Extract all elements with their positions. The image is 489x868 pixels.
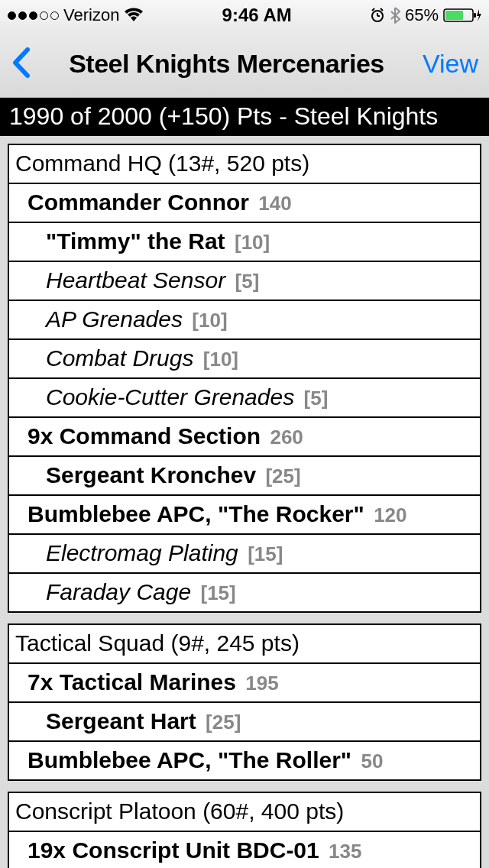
roster-entry[interactable]: Commander Connor 140 xyxy=(9,183,480,222)
roster-entry[interactable]: Electromag Plating 15 xyxy=(9,533,480,572)
entry-points: 15 xyxy=(200,581,235,604)
entry-name: Electromag Plating xyxy=(46,540,238,565)
status-time: 9:46 AM xyxy=(222,5,292,26)
status-bar: Verizon 9:46 AM 65% xyxy=(0,0,489,31)
entry-name: "Timmy" the Rat xyxy=(46,228,225,254)
entry-points: 260 xyxy=(270,426,303,449)
entry-name: Commander Connor xyxy=(28,189,249,215)
entry-name: 9x Command Section xyxy=(28,423,261,449)
entry-name: Sergeant Hart xyxy=(46,708,196,734)
bluetooth-icon xyxy=(390,7,400,24)
svg-rect-7 xyxy=(474,13,476,18)
battery-percent: 65% xyxy=(405,5,439,25)
wifi-icon xyxy=(124,8,144,23)
roster-entry[interactable]: Heartbeat Sensor 5 xyxy=(9,261,480,300)
roster-entry[interactable]: 19x Conscript Unit BDC-01 135 xyxy=(9,831,480,868)
carrier-label: Verizon xyxy=(63,5,119,25)
entry-name: Bumblebee APC, "The Roller" xyxy=(28,747,351,772)
roster-group: Tactical Squad (9#, 245 pts)7x Tactical … xyxy=(8,623,481,781)
entry-name: Heartbeat Sensor xyxy=(46,267,225,293)
roster-entry[interactable]: Faraday Cage 15 xyxy=(9,572,480,611)
entry-points: 5 xyxy=(304,387,329,410)
roster-entry[interactable]: Combat Drugs 10 xyxy=(9,338,480,377)
entry-points: 120 xyxy=(374,504,406,526)
entry-name: Faraday Cage xyxy=(46,579,191,604)
entry-points: 195 xyxy=(245,672,278,695)
svg-line-3 xyxy=(372,8,374,11)
entry-name: 19x Conscript Unit BDC-01 xyxy=(28,837,319,863)
roster-entry[interactable]: 7x Tactical Marines 195 xyxy=(9,662,480,701)
entry-name: Cookie-Cutter Grenades xyxy=(46,384,294,410)
group-header[interactable]: Command HQ (13#, 520 pts) xyxy=(9,145,480,183)
roster-entry[interactable]: "Timmy" the Rat 10 xyxy=(9,222,480,261)
entry-name: Sergeant Kronchev xyxy=(46,462,256,487)
roster-entry[interactable]: Sergeant Kronchev 25 xyxy=(9,455,480,494)
entry-name: Bumblebee APC, "The Rocker" xyxy=(28,501,364,526)
nav-bar: Steel Knights Mercenaries View xyxy=(0,31,489,98)
group-header[interactable]: Tactical Squad (9#, 245 pts) xyxy=(9,625,480,662)
entry-name: AP Grenades xyxy=(46,306,183,332)
alarm-icon xyxy=(370,8,385,23)
back-button[interactable] xyxy=(11,47,31,82)
entry-points: 5 xyxy=(235,270,259,293)
signal-strength-icon xyxy=(8,11,59,20)
status-left: Verizon xyxy=(8,5,144,25)
entry-points: 15 xyxy=(248,542,283,565)
roster-list: Command HQ (13#, 520 pts)Commander Conno… xyxy=(0,136,489,868)
entry-points: 25 xyxy=(265,465,300,487)
roster-group: Conscript Platoon (60#, 400 pts)19x Cons… xyxy=(8,792,481,868)
roster-entry[interactable]: Bumblebee APC, "The Roller" 50 xyxy=(9,740,480,779)
roster-group: Command HQ (13#, 520 pts)Commander Conno… xyxy=(8,144,481,613)
entry-points: 140 xyxy=(258,192,291,215)
entry-points: 10 xyxy=(203,348,238,371)
roster-entry[interactable]: AP Grenades 10 xyxy=(9,300,480,338)
entry-points: 135 xyxy=(329,840,361,863)
entry-points: 25 xyxy=(206,711,241,734)
page-title: Steel Knights Mercenaries xyxy=(31,49,423,79)
battery-icon xyxy=(443,8,481,23)
roster-entry[interactable]: Sergeant Hart 25 xyxy=(9,701,480,740)
svg-rect-6 xyxy=(445,11,463,20)
entry-points: 50 xyxy=(361,750,383,772)
entry-name: Combat Drugs xyxy=(46,345,193,371)
view-button[interactable]: View xyxy=(423,49,478,79)
roster-entry[interactable]: 9x Command Section 260 xyxy=(9,416,480,455)
group-header[interactable]: Conscript Platoon (60#, 400 pts) xyxy=(9,793,480,831)
roster-entry[interactable]: Bumblebee APC, "The Rocker" 120 xyxy=(9,494,480,533)
roster-entry[interactable]: Cookie-Cutter Grenades 5 xyxy=(9,377,480,416)
entry-points: 10 xyxy=(235,231,270,254)
entry-name: 7x Tactical Marines xyxy=(28,669,236,695)
points-summary: 1990 of 2000 (+150) Pts - Steel Knights xyxy=(0,98,489,136)
svg-line-4 xyxy=(381,8,383,11)
status-right: 65% xyxy=(370,5,481,25)
entry-points: 10 xyxy=(192,309,227,332)
